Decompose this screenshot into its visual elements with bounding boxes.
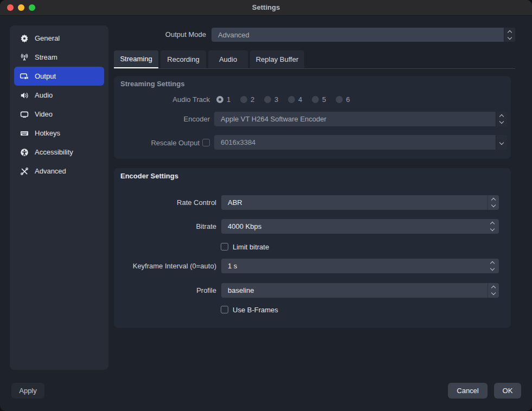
- sidebar-item-accessibility[interactable]: Accessibility: [14, 143, 104, 162]
- chevron-down-icon[interactable]: [496, 135, 507, 150]
- monitor-icon: [20, 110, 29, 119]
- keyframe-interval-value: 1 s: [221, 262, 499, 270]
- sidebar-item-label: Stream: [35, 53, 57, 61]
- sidebar-item-label: Hotkeys: [35, 129, 60, 137]
- sidebar-item-label: Video: [35, 110, 53, 118]
- profile-label: Profile: [196, 286, 216, 294]
- speaker-icon: [20, 91, 29, 100]
- sidebar-item-label: Audio: [35, 91, 53, 99]
- sidebar-item-label: Output: [35, 72, 56, 80]
- audio-track-radio-5[interactable]: [312, 96, 319, 103]
- window-title: Settings: [0, 3, 532, 11]
- audio-track-option-label: 3: [274, 95, 278, 104]
- tab-recording[interactable]: Recording: [161, 50, 206, 68]
- use-b-frames-checkbox[interactable]: [221, 306, 228, 313]
- audio-track-option-label: 2: [251, 95, 254, 104]
- broadcast-icon: [20, 53, 29, 62]
- bitrate-value: 4000 Kbps: [221, 222, 499, 230]
- sidebar-item-output[interactable]: Output: [14, 67, 104, 86]
- rescale-output-label: Rescale Output: [151, 139, 200, 147]
- tab-replay-buffer[interactable]: Replay Buffer: [250, 50, 304, 68]
- encoder-dropdown[interactable]: Apple VT H264 Software Encoder: [214, 112, 507, 126]
- sidebar-item-label: General: [35, 34, 60, 42]
- rate-control-label: Rate Control: [177, 198, 216, 207]
- sidebar-item-audio[interactable]: Audio: [14, 86, 104, 105]
- use-b-frames-label: Use B-Frames: [233, 306, 278, 314]
- bitrate-label: Bitrate: [196, 222, 216, 230]
- titlebar: Settings: [0, 0, 532, 16]
- sidebar-item-label: Advanced: [35, 167, 66, 175]
- tab-label: Streaming: [120, 55, 152, 63]
- bitrate-spinbox[interactable]: 4000 Kbps: [221, 219, 499, 234]
- tab-audio[interactable]: Audio: [208, 50, 248, 68]
- ok-button[interactable]: OK: [494, 383, 521, 399]
- gear-icon: [20, 34, 29, 43]
- cancel-button[interactable]: Cancel: [448, 383, 488, 399]
- keyframe-interval-spinbox[interactable]: 1 s: [221, 259, 499, 273]
- tools-icon: [20, 166, 29, 176]
- output-mode-dropdown[interactable]: Advanced: [211, 28, 515, 42]
- sidebar-item-stream[interactable]: Stream: [14, 48, 104, 67]
- rate-control-dropdown[interactable]: ABR: [221, 195, 499, 210]
- keyframe-interval-label: Keyframe Interval (0=auto): [133, 262, 216, 270]
- limit-bitrate-checkbox[interactable]: [221, 243, 228, 251]
- sidebar-item-video[interactable]: Video: [14, 105, 104, 124]
- settings-window: Settings General Stream Output Audio: [0, 0, 532, 411]
- accessibility-icon: [20, 147, 29, 157]
- chevron-up-down-icon[interactable]: [496, 112, 507, 126]
- encoder-label: Encoder: [184, 115, 210, 123]
- rescale-resolution-combobox[interactable]: 6016x3384: [214, 135, 507, 150]
- audio-track-label: Audio Track: [172, 95, 210, 104]
- rescale-resolution-value: 6016x3384: [214, 138, 496, 146]
- chevron-up-down-icon[interactable]: [488, 283, 499, 298]
- sidebar: General Stream Output Audio Video: [10, 25, 108, 370]
- audio-track-radio-6[interactable]: [336, 96, 343, 103]
- tab-streaming[interactable]: Streaming: [114, 50, 158, 68]
- sidebar-item-label: Accessibility: [35, 148, 73, 156]
- rescale-output-checkbox[interactable]: [202, 139, 210, 146]
- encoder-settings-title: Encoder Settings: [120, 172, 178, 180]
- profile-dropdown[interactable]: baseline: [221, 283, 499, 298]
- audio-track-radio-1[interactable]: [216, 96, 223, 103]
- rate-control-value: ABR: [221, 198, 488, 207]
- sidebar-item-general[interactable]: General: [14, 29, 104, 48]
- tab-divider: [114, 68, 515, 69]
- encoder-settings-group: Encoder Settings: [114, 168, 511, 328]
- limit-bitrate-label: Limit bitrate: [233, 243, 269, 251]
- apply-button[interactable]: Apply: [11, 383, 44, 399]
- audio-track-option-label: 4: [298, 95, 302, 104]
- audio-track-radio-2[interactable]: [240, 96, 247, 103]
- profile-value: baseline: [221, 286, 488, 294]
- output-mode-value: Advanced: [211, 31, 504, 39]
- chevron-up-down-icon[interactable]: [488, 195, 499, 210]
- encoder-value: Apple VT H264 Software Encoder: [214, 115, 496, 123]
- streaming-settings-title: Streaming Settings: [120, 80, 184, 88]
- output-icon: [20, 72, 29, 81]
- audio-track-radio-3[interactable]: [264, 96, 271, 103]
- audio-track-option-label: 5: [322, 95, 326, 104]
- audio-track-option-label: 1: [227, 95, 230, 104]
- keyboard-icon: [20, 129, 29, 138]
- chevron-up-down-icon[interactable]: [504, 28, 515, 42]
- sidebar-item-hotkeys[interactable]: Hotkeys: [14, 124, 104, 143]
- tab-label: Replay Buffer: [256, 55, 299, 63]
- tab-label: Recording: [167, 55, 199, 63]
- tab-label: Audio: [219, 55, 237, 63]
- audio-track-option-label: 6: [346, 95, 350, 104]
- audio-track-radio-4[interactable]: [288, 96, 295, 103]
- output-mode-label: Output Mode: [165, 30, 206, 38]
- sidebar-item-advanced[interactable]: Advanced: [14, 162, 104, 181]
